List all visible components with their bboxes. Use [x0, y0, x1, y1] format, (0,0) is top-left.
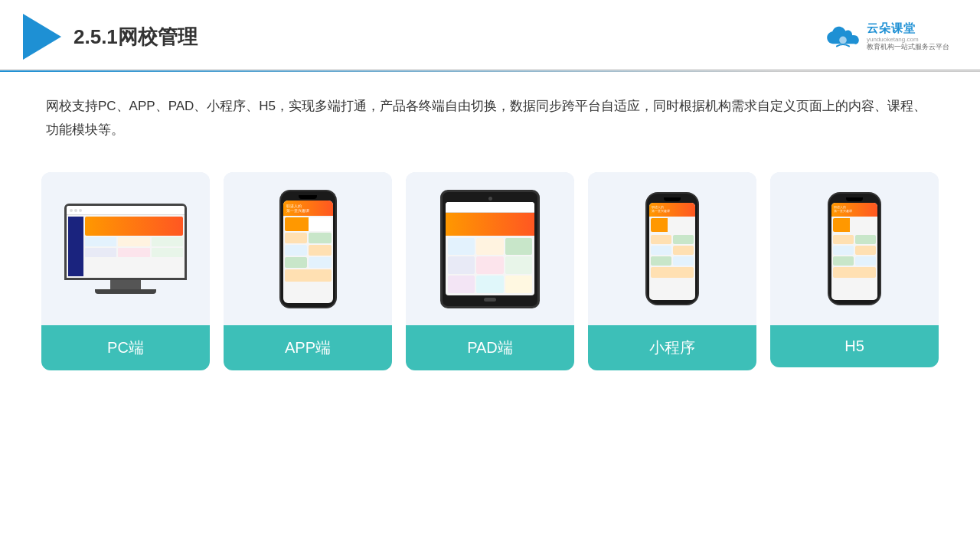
- card-pc: PC端: [41, 172, 210, 370]
- card-h5-label: H5: [770, 325, 939, 367]
- phone-mockup-app: 职进人的第一堂兴趣课: [279, 190, 337, 308]
- tablet-camera: [488, 197, 492, 201]
- phone-mini-notch-h5: [846, 197, 863, 201]
- phone-mini-notch: [664, 197, 681, 201]
- description-paragraph: 网校支持PC、APP、PAD、小程序、H5，实现多端打通，产品各终端自由切换，数…: [46, 95, 934, 142]
- card-pc-image: [41, 172, 210, 325]
- card-miniprogram-image: 职进人的第一堂兴趣课: [588, 172, 756, 325]
- logo-icon: [23, 14, 61, 60]
- card-miniprogram-label: 小程序: [588, 325, 756, 370]
- tablet-mockup: [440, 190, 540, 308]
- phone-notch: [299, 195, 317, 199]
- card-app-label: APP端: [224, 325, 392, 370]
- brand-domain: yunduoketang.com: [867, 36, 919, 43]
- phone-mini-h5: 职进人的第一堂兴趣课: [828, 192, 881, 305]
- card-pad: PAD端: [406, 172, 574, 370]
- header-left: 2.5.1网校管理: [23, 14, 198, 60]
- tablet-home-button: [484, 298, 496, 302]
- card-pad-image: [406, 172, 574, 325]
- description-text: 网校支持PC、APP、PAD、小程序、H5，实现多端打通，产品各终端自由切换，数…: [0, 72, 980, 149]
- phone-mini-screen: 职进人的第一堂兴趣课: [649, 203, 695, 300]
- phone-mini-screen-h5: 职进人的第一堂兴趣课: [831, 203, 877, 300]
- cards-container: PC端 职进人的第一堂兴趣课: [0, 149, 980, 393]
- tablet-screen: [446, 202, 534, 295]
- card-miniprogram: 职进人的第一堂兴趣课: [588, 172, 756, 370]
- card-h5: 职进人的第一堂兴趣课: [770, 172, 939, 367]
- phone-screen: 职进人的第一堂兴趣课: [283, 201, 333, 303]
- card-pc-label: PC端: [41, 325, 210, 370]
- pc-screen: [64, 204, 187, 280]
- page-header: 2.5.1网校管理 云朵课堂 yunduoketang.com 教育机构一站式服…: [0, 0, 980, 70]
- brand-text: 云朵课堂 yunduoketang.com 教育机构一站式服务云平台: [867, 21, 949, 52]
- phone-mini-miniprogram: 职进人的第一堂兴趣课: [645, 192, 699, 305]
- brand-logo: 云朵课堂 yunduoketang.com 教育机构一站式服务云平台: [824, 21, 949, 52]
- pc-mockup: [60, 204, 191, 294]
- brand-name: 云朵课堂: [867, 21, 916, 36]
- card-pad-label: PAD端: [406, 325, 574, 370]
- card-h5-image: 职进人的第一堂兴趣课: [770, 172, 939, 325]
- brand-tagline: 教育机构一站式服务云平台: [867, 43, 949, 52]
- page-title: 2.5.1网校管理: [74, 24, 198, 51]
- card-app: 职进人的第一堂兴趣课: [224, 172, 392, 370]
- cloud-icon: [824, 23, 862, 51]
- card-app-image: 职进人的第一堂兴趣课: [224, 172, 392, 325]
- svg-point-0: [839, 37, 847, 44]
